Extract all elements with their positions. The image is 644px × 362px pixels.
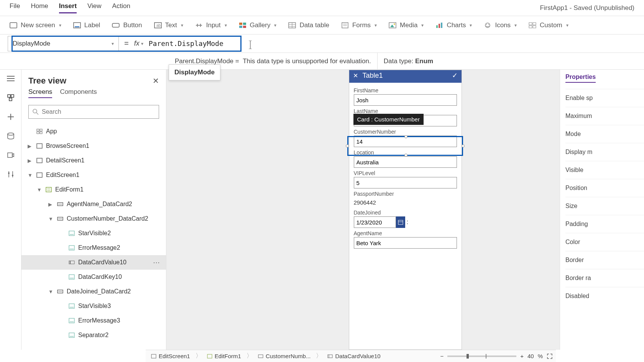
tree-item-app[interactable]: App bbox=[21, 124, 166, 139]
property-selector[interactable]: DisplayMode ▾ bbox=[8, 36, 119, 51]
tree-label: DataCardValue10 bbox=[78, 259, 127, 266]
gallery-button[interactable]: Gallery▾ bbox=[237, 19, 278, 31]
text-cursor bbox=[248, 41, 249, 49]
form-icon bbox=[45, 187, 52, 193]
chevron-right-icon[interactable]: ▶ bbox=[28, 158, 33, 164]
svg-rect-53 bbox=[37, 129, 39, 131]
tree-item-editscreen[interactable]: ▼EditScreen1 bbox=[21, 168, 166, 182]
prop-border-radius[interactable]: Border ra bbox=[565, 269, 644, 287]
chevron-down-icon[interactable]: ▼ bbox=[48, 289, 54, 295]
selection-handle[interactable] bbox=[404, 154, 407, 157]
properties-tab[interactable]: Properties bbox=[565, 74, 596, 83]
check-icon[interactable]: ✓ bbox=[452, 71, 458, 80]
chevron-down-icon[interactable]: ▼ bbox=[28, 172, 33, 178]
bc-editscreen[interactable]: EditScreen1 bbox=[149, 353, 192, 359]
more-icon[interactable]: ⋯ bbox=[153, 258, 161, 267]
tab-screens[interactable]: Screens bbox=[28, 88, 52, 98]
selection-handle[interactable] bbox=[346, 144, 349, 147]
tree-item-starvisible2[interactable]: StarVisible2 bbox=[21, 226, 166, 241]
prop-mode[interactable]: Mode bbox=[565, 125, 644, 143]
zoom-slider[interactable] bbox=[447, 355, 516, 357]
prop-maximum[interactable]: Maximum bbox=[565, 107, 644, 125]
prop-display-mode[interactable]: Display m bbox=[565, 143, 644, 161]
hamburger-icon[interactable] bbox=[7, 74, 15, 83]
tab-components[interactable]: Components bbox=[60, 88, 97, 98]
chevron-right-icon[interactable]: ▶ bbox=[48, 201, 54, 207]
zoom-value: 40 bbox=[527, 353, 534, 359]
prop-disabled[interactable]: Disabled bbox=[565, 287, 644, 305]
text-button[interactable]: ab Text▾ bbox=[152, 19, 185, 31]
close-icon[interactable]: ✕ bbox=[153, 76, 159, 85]
menu-insert[interactable]: Insert bbox=[59, 2, 77, 13]
tree-item-datejoined-card[interactable]: ▼DateJoined_DataCard2 bbox=[21, 284, 166, 299]
fullscreen-icon[interactable] bbox=[547, 353, 553, 359]
firstname-input[interactable] bbox=[354, 94, 457, 106]
bc-customernumber[interactable]: CustomerNumb... bbox=[256, 353, 313, 359]
location-input[interactable] bbox=[354, 156, 457, 168]
prop-color[interactable]: Color bbox=[565, 233, 644, 251]
chevron-down-icon[interactable]: ▼ bbox=[37, 187, 42, 193]
forms-button[interactable]: Forms▾ bbox=[339, 19, 378, 31]
tree-item-errormessage3[interactable]: ErrorMessage3 bbox=[21, 313, 166, 328]
add-icon[interactable] bbox=[7, 113, 15, 121]
field-label: DateJoined bbox=[354, 210, 457, 216]
prop-padding[interactable]: Padding bbox=[565, 215, 644, 233]
prop-border[interactable]: Border bbox=[565, 251, 644, 269]
selection-handle[interactable] bbox=[462, 144, 465, 147]
screen-title: Table1 bbox=[363, 72, 447, 80]
menu-home[interactable]: Home bbox=[31, 2, 48, 13]
prop-enable-spell[interactable]: Enable sp bbox=[565, 89, 644, 107]
tree-item-customernumber-card[interactable]: ▼CustomerNumber_DataCard2 bbox=[21, 211, 166, 226]
new-screen-button[interactable]: New screen▾ bbox=[8, 19, 63, 31]
tree-label: DetailScreen1 bbox=[46, 157, 85, 164]
media-rail-icon[interactable] bbox=[7, 151, 15, 159]
svg-point-49 bbox=[8, 172, 10, 174]
tree-item-separator2[interactable]: Separator2 bbox=[21, 328, 166, 342]
tree-item-editform[interactable]: ▼EditForm1 bbox=[21, 182, 166, 197]
tree-item-detailscreen[interactable]: ▶DetailScreen1 bbox=[21, 153, 166, 168]
chevron-down-icon: ▾ bbox=[514, 23, 517, 28]
data-icon[interactable] bbox=[7, 132, 15, 140]
menu-view[interactable]: View bbox=[87, 2, 102, 13]
tree-search[interactable] bbox=[28, 105, 159, 119]
media-button[interactable]: Media▾ bbox=[387, 19, 425, 31]
prop-size[interactable]: Size bbox=[565, 197, 644, 215]
chevron-right-icon: 〉 bbox=[196, 352, 202, 360]
bc-editform[interactable]: EditForm1 bbox=[205, 353, 243, 359]
input-button[interactable]: Input▾ bbox=[193, 19, 228, 31]
app-preview[interactable]: ✕ Table1 ✓ FirstName LastName CustomerNu… bbox=[349, 70, 462, 350]
tree-item-starvisible3[interactable]: StarVisible3 bbox=[21, 299, 166, 313]
tree-item-datacardvalue10[interactable]: DataCardValue10⋯ bbox=[21, 255, 166, 270]
tree-item-agentname-card[interactable]: ▶AgentName_DataCard2 bbox=[21, 197, 166, 211]
custom-button[interactable]: Custom▾ bbox=[527, 19, 570, 31]
datejoined-input[interactable] bbox=[354, 216, 396, 228]
tree-item-browsescreen[interactable]: ▶BrowseScreen1 bbox=[21, 139, 166, 153]
label-button[interactable]: Label bbox=[71, 19, 102, 31]
app-title: FirstApp1 - Saved (Unpublished) bbox=[540, 4, 634, 12]
close-icon[interactable]: ✕ bbox=[353, 72, 358, 79]
bc-datacardvalue[interactable]: DataCardValue10 bbox=[325, 353, 383, 359]
search-input[interactable] bbox=[42, 108, 155, 115]
zoom-in-button[interactable]: + bbox=[520, 353, 524, 359]
charts-button[interactable]: Charts▾ bbox=[434, 19, 473, 31]
tree-label: BrowseScreen1 bbox=[46, 143, 89, 149]
chevron-right-icon[interactable]: ▶ bbox=[28, 143, 33, 149]
settings-rail-icon[interactable] bbox=[7, 170, 15, 179]
chevron-down-icon[interactable]: ▼ bbox=[48, 216, 54, 222]
datatable-button[interactable]: Data table bbox=[286, 19, 331, 31]
formula-input[interactable]: Parent.DisplayMode bbox=[149, 39, 223, 48]
viplevel-input[interactable] bbox=[354, 177, 457, 188]
tree-item-errormessage2[interactable]: ErrorMessage2 bbox=[21, 241, 166, 255]
prop-position[interactable]: Position bbox=[565, 179, 644, 197]
menu-action[interactable]: Action bbox=[112, 2, 130, 13]
menu-file[interactable]: File bbox=[10, 2, 20, 13]
button-button[interactable]: Button bbox=[110, 19, 143, 31]
tree-view-icon[interactable] bbox=[7, 93, 15, 102]
calendar-icon[interactable] bbox=[396, 216, 405, 228]
prop-visible[interactable]: Visible bbox=[565, 161, 644, 179]
selection-handle[interactable] bbox=[404, 135, 407, 138]
icons-button[interactable]: Icons▾ bbox=[482, 19, 518, 31]
agentname-input[interactable] bbox=[354, 237, 457, 249]
tree-item-datacardkey10[interactable]: DataCardKey10 bbox=[21, 270, 166, 284]
zoom-out-button[interactable]: − bbox=[440, 353, 444, 359]
